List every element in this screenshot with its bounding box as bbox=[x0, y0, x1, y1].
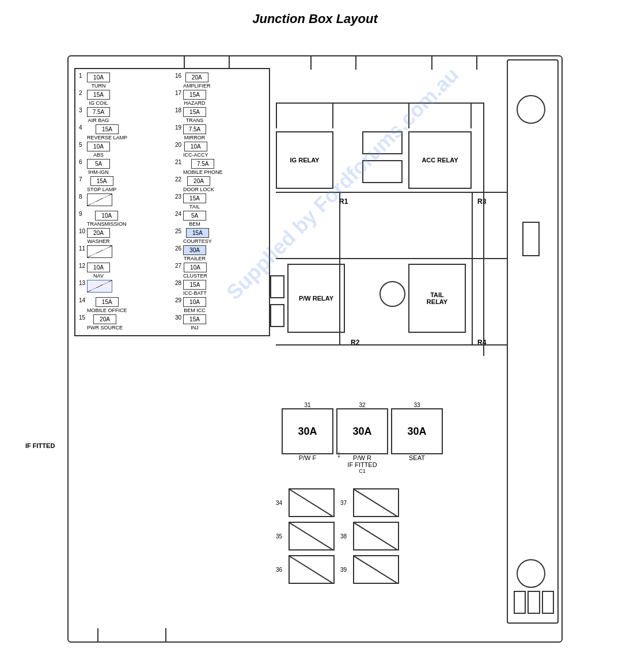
slash-row-1: 34 37 bbox=[276, 488, 460, 517]
fuse-row-10: 10 20A WASHER 25 15A COURTESY bbox=[79, 228, 265, 244]
fuse-row-9: 9 10A TRANSMISSION 24 5A BEM bbox=[79, 211, 265, 227]
fuse-row-5: 5 10A ABS 20 10A ICC-ACCY bbox=[79, 142, 265, 158]
slash-fuse-grid: 34 37 35 38 bbox=[276, 488, 460, 584]
right-panel bbox=[507, 59, 559, 624]
fuse-row-3: 3 7.5A AIR BAG 18 15A TRANS bbox=[79, 107, 265, 123]
right-rect-mid bbox=[522, 222, 540, 256]
vert-line-r2 bbox=[339, 258, 340, 344]
pw-relay-left-connector bbox=[270, 275, 284, 298]
slash-35 bbox=[289, 522, 335, 550]
vert-line-r1 bbox=[339, 192, 340, 261]
vert-line-right bbox=[483, 102, 484, 356]
right-bottom-rects bbox=[514, 591, 554, 614]
fuse-row-7: 7 15A STOP LAMP 22 20A DOOR LOCK bbox=[79, 176, 265, 192]
fuse-row-15: 15 20A PWR SOURCE 30 15A INJ bbox=[79, 314, 265, 331]
fuse-row-14: 14 15A MOBILE OFFICE 29 10A BEM ICC bbox=[79, 297, 265, 313]
fuse-row-6: 6 5A IHM-IGN 21 7.5A MOBILE PHONE bbox=[79, 159, 265, 175]
fuse-row-13: 13 28 15A ICC-BATT bbox=[79, 280, 265, 296]
relay-circle bbox=[379, 281, 405, 307]
main-box: Supplied by Fordforums.com.au IF FITTED … bbox=[67, 55, 563, 643]
acc-relay-box: ACC RELAY bbox=[408, 131, 472, 189]
large-fuse-31: 31 30A P/W F bbox=[282, 402, 333, 461]
top-relay-line bbox=[276, 102, 483, 104]
right-circle-top bbox=[517, 95, 545, 124]
top-connector-3 bbox=[431, 55, 477, 70]
svg-line-4 bbox=[290, 556, 335, 584]
svg-line-5 bbox=[354, 556, 399, 584]
slash-row-3: 36 39 bbox=[276, 555, 460, 584]
fuse-row-12: 12 10A NAV 27 10A CLUSTER bbox=[79, 263, 265, 279]
tail-relay-box: TAILRELAY bbox=[408, 264, 466, 333]
slash-39 bbox=[353, 555, 399, 584]
page-title: Junction Box Layout bbox=[12, 12, 618, 26]
horiz-line-2 bbox=[276, 258, 541, 259]
r3-label: R3 bbox=[477, 198, 486, 206]
svg-line-1 bbox=[354, 489, 399, 517]
slash-38 bbox=[353, 522, 399, 550]
slash-36 bbox=[289, 555, 335, 584]
fuse-panel: 1 10A TURN 16 20A AMPLIFIER bbox=[74, 68, 270, 336]
ig-relay-top-connector bbox=[276, 102, 333, 128]
slash-37 bbox=[353, 488, 399, 517]
fuse-row-1: 1 10A TURN 16 20A AMPLIFIER bbox=[79, 73, 265, 89]
large-fuse-32: 32 30A P/W RIF FITTED C1 bbox=[336, 402, 388, 474]
large-fuse-section: 31 30A P/W F 32 30A P/W RIF FITTED C1 33 bbox=[276, 396, 495, 480]
fuse-row-2: 2 15A IG COIL 17 15A HAZARD bbox=[79, 90, 265, 106]
slash-row-2: 35 38 bbox=[276, 522, 460, 550]
relay-small-box-2 bbox=[362, 160, 403, 183]
pw-relay-left-connector2 bbox=[270, 304, 284, 327]
pw-relay-box: P/W RELAY bbox=[287, 264, 345, 333]
acc-relay-top-connector bbox=[408, 102, 472, 128]
fuse-right-16: 16 20A AMPLIFIER bbox=[175, 73, 265, 89]
relay-small-box-1 bbox=[362, 131, 403, 154]
slash-34 bbox=[289, 488, 335, 517]
right-circle-bottom bbox=[517, 559, 545, 588]
fuse-left-1: 1 10A TURN bbox=[79, 73, 169, 89]
horiz-line-1 bbox=[276, 192, 541, 193]
diagram-container: IF FITTED Supplied by Fordforums.com.au … bbox=[39, 55, 591, 643]
fuse-row-4: 4 15A REVERSE LAMP 19 7.5A MIRROR bbox=[79, 124, 265, 141]
svg-line-3 bbox=[354, 523, 399, 550]
arrow-32: ↓ bbox=[336, 448, 341, 460]
bottom-connector-1 bbox=[97, 628, 166, 643]
svg-line-2 bbox=[290, 523, 335, 550]
page: Junction Box Layout IF FITTED Supplied b… bbox=[0, 0, 630, 672]
large-fuse-33: 33 30A SEAT bbox=[391, 402, 443, 461]
fuse-row-11: 11 26 30A TRAILER bbox=[79, 245, 265, 261]
if-fitted-left: IF FITTED bbox=[25, 442, 55, 449]
vert-line-r4 bbox=[472, 258, 473, 344]
svg-line-0 bbox=[290, 489, 335, 517]
fuse-row-8: 8 23 15A TAIL bbox=[79, 193, 265, 210]
ig-relay-box: IG RELAY bbox=[276, 131, 333, 189]
r1-label: R1 bbox=[339, 198, 348, 206]
vert-line-r3 bbox=[472, 192, 473, 261]
horiz-line-3 bbox=[276, 344, 541, 346]
top-connector-2 bbox=[310, 55, 356, 70]
